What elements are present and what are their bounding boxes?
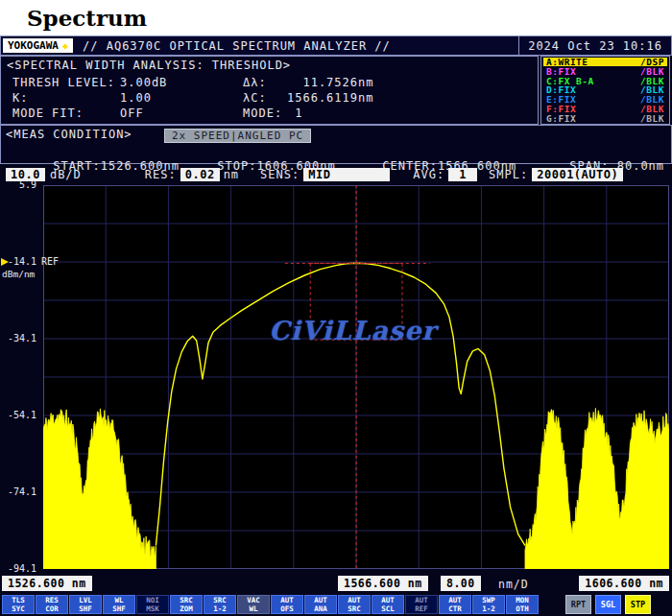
spectrum-svg — [43, 185, 669, 569]
analysis-field: 1566.6119nm — [287, 91, 373, 105]
x-axis-center-label: 1566.600 nm — [338, 576, 428, 591]
toolbar-button-noi-msk[interactable]: NOIMSK — [136, 595, 169, 614]
toolbar-button-label: 1-2 — [482, 604, 495, 613]
ref-label: REF — [41, 256, 59, 267]
speed-angled-pc-badge: 2x SPEED|ANGLED PC — [164, 129, 311, 143]
x-axis-stop-label: 1606.600 nm — [579, 576, 669, 591]
toolbar-button-label: SRC — [348, 604, 361, 613]
x-axis-div-unit: nm/D — [498, 578, 529, 591]
repeat-sweep-button[interactable]: RPT — [565, 595, 591, 614]
stop-sweep-button[interactable]: STP — [625, 595, 651, 614]
toolbar-button-label: REF — [415, 604, 428, 613]
analysis-field: λC: — [243, 91, 287, 105]
scale-settings-row: 10.0 dB/D RES: 0.02 nm SENS: MID AVG: 1 … — [0, 165, 672, 183]
x-axis-start-label: 1526.600 nm — [2, 576, 92, 591]
analysis-heading: <SPECTRAL WIDTH ANALYSIS: THRESHOLD> — [5, 59, 538, 72]
toolbar-button-label: LVL — [79, 596, 92, 604]
toolbar-button-swp-1-2[interactable]: SWP1-2 — [472, 595, 505, 614]
toolbar-button-res-cor[interactable]: RESCOR — [36, 595, 68, 614]
toolbar-button-label: TLS — [12, 596, 25, 604]
toolbar-button-label: NOI — [146, 596, 159, 604]
toolbar-button-label: SRC — [213, 596, 227, 604]
trace-row-b[interactable]: B:FIX/BLK — [543, 67, 667, 76]
trace-row-f[interactable]: F:FIX/BLK — [543, 105, 667, 113]
page-title-text: Spectrum — [27, 5, 147, 31]
analysis-field: 11.7526nm — [287, 76, 373, 89]
x-axis-div-value: 8.00 — [441, 576, 481, 591]
trace-row-g[interactable]: G:FIX/BLK — [543, 114, 667, 123]
toolbar-button-label: AUT — [314, 596, 327, 604]
toolbar-button-aut-ofs[interactable]: AUTOFS — [271, 595, 303, 614]
trace-text: /BLK — [640, 113, 664, 124]
sens-value: MID — [303, 168, 390, 181]
analysis-row: K:1.00λC:1566.6119nm — [5, 90, 538, 106]
toolbar-button-label: SHF — [79, 604, 92, 613]
toolbar-button-src-zom[interactable]: SRCZOM — [170, 595, 203, 614]
osa-screen: Spectrum YOKOGAWA ◆ // AQ6370C OPTICAL S… — [0, 0, 672, 616]
toolbar-button-vac-wl[interactable]: VACWL — [237, 595, 270, 614]
toolbar-button-aut-src[interactable]: AUTSRC — [338, 595, 371, 614]
header-datetime: 2024 Oct 23 10:16 — [518, 36, 671, 55]
toolbar-button-label: SRC — [180, 596, 193, 604]
toolbar: TLSSYCRESCORLVLSHFWLSHFNOIMSKSRCZOMSRC1-… — [0, 594, 672, 615]
trace-row-e[interactable]: E:FIX/BLK — [543, 95, 667, 104]
toolbar-button-label: SHF — [112, 604, 126, 613]
analysis-field: 1 — [287, 107, 302, 120]
toolbar-button-label: CTR — [448, 604, 462, 613]
spectral-width-analysis-panel: <SPECTRAL WIDTH ANALYSIS: THRESHOLD> THR… — [0, 56, 539, 125]
toolbar-button-label: OTH — [516, 604, 529, 613]
toolbar-button-mon-oth[interactable]: MONOTH — [506, 595, 539, 614]
trace-row-d[interactable]: D:FIX/BLK — [543, 85, 667, 94]
toolbar-button-label: VAC — [247, 596, 260, 604]
toolbar-button-label: AUT — [381, 596, 395, 604]
header-bar: YOKOGAWA ◆ // AQ6370C OPTICAL SPECTRUM A… — [0, 36, 672, 56]
analysis-rows: THRESH LEVEL:3.00dBΔλ: 11.7526nmK:1.00λC… — [5, 75, 538, 121]
toolbar-button-tls-syc[interactable]: TLSSYC — [2, 595, 35, 614]
res-unit: nm — [224, 168, 239, 181]
y-tick-label: 5.9 — [0, 179, 36, 190]
y-tick-label: -74.1 — [0, 486, 36, 497]
toolbar-button-label: RES — [45, 596, 59, 604]
trace-row-a[interactable]: A:WRITE/DSP — [543, 58, 667, 66]
toolbar-button-src-1-2[interactable]: SRC1-2 — [204, 595, 236, 614]
toolbar-button-aut-ref[interactable]: AUTREF — [405, 595, 438, 614]
y-tick-label: -54.1 — [0, 410, 36, 420]
page-title: Spectrum — [0, 0, 672, 36]
toolbar-button-aut-scl[interactable]: AUTSCL — [372, 595, 404, 614]
toolbar-button-label: SCL — [381, 604, 395, 613]
toolbar-button-label: ANA — [314, 604, 327, 613]
toolbar-button-aut-ana[interactable]: AUTANA — [304, 595, 337, 614]
toolbar-button-label: AUT — [348, 596, 361, 604]
analysis-field: Δλ: — [243, 76, 287, 89]
smpl-value: 20001(AUTO) — [532, 168, 623, 181]
res-value: 0.02 — [180, 168, 220, 181]
toolbar-button-wl-shf[interactable]: WLSHF — [103, 595, 135, 614]
toolbar-button-label: AUT — [448, 596, 462, 604]
toolbar-button-label: WL — [249, 604, 257, 613]
analysis-field: 1.00 — [120, 91, 243, 105]
toolbar-button-label: OFS — [280, 604, 294, 613]
analysis-field: MODE: — [243, 107, 287, 120]
toolbar-main-group: TLSSYCRESCORLVLSHFWLSHFNOIMSKSRCZOMSRC1-… — [2, 595, 539, 614]
trace-status-panel: A:WRITE/DSPB:FIX/BLKC:FX B-A/BLKD:FIX/BL… — [540, 56, 670, 125]
toolbar-button-label: SYC — [12, 604, 25, 613]
meas-condition-panel: <MEAS CONDITION> 2x SPEED|ANGLED PC STAR… — [0, 125, 672, 164]
smpl-label: SMPL: — [489, 168, 528, 181]
sens-label: SENS: — [260, 168, 300, 181]
level-scale-unit: dB/D — [50, 168, 82, 181]
single-sweep-button[interactable]: SGL — [595, 595, 621, 614]
toolbar-button-lvl-shf[interactable]: LVLSHF — [69, 595, 102, 614]
toolbar-button-label: COR — [45, 604, 59, 613]
analysis-field: OFF — [120, 107, 243, 120]
analysis-row: MODE FIT:OFFMODE: 1 — [5, 106, 538, 121]
brand-diamond-icon: ◆ — [62, 40, 68, 51]
toolbar-button-label: ZOM — [180, 604, 193, 613]
toolbar-button-label: AUT — [415, 596, 428, 604]
toolbar-button-aut-ctr[interactable]: AUTCTR — [439, 595, 471, 614]
toolbar-sweep-group: RPTSGLSTP — [565, 595, 651, 614]
spectrum-plot — [43, 185, 669, 569]
toolbar-button-label: MSK — [146, 604, 159, 613]
analysis-field: 3.00dB — [120, 76, 243, 89]
trace-row-c[interactable]: C:FX B-A/BLK — [543, 77, 667, 85]
y-axis-unit: dBm/nm — [2, 269, 35, 279]
